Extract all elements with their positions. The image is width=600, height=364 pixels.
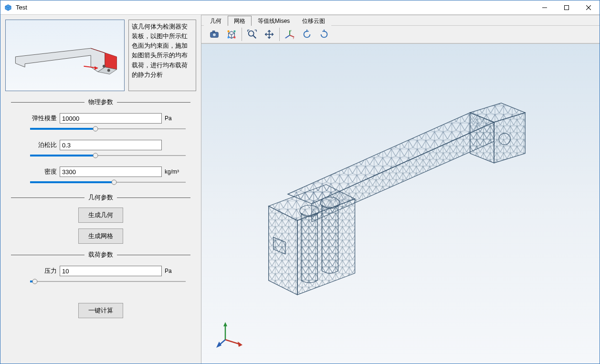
zoom-fit-icon[interactable] [245, 28, 259, 41]
slider-pressure[interactable] [30, 277, 186, 286]
svg-point-8 [107, 69, 110, 72]
svg-line-24 [286, 35, 290, 38]
rotate-left-icon[interactable] [300, 28, 314, 41]
svg-marker-41 [223, 322, 227, 326]
3d-viewport[interactable] [201, 43, 600, 364]
axis-triad-icon[interactable]: zyx [283, 28, 297, 41]
svg-marker-43 [238, 342, 242, 347]
svg-line-19 [253, 36, 256, 39]
svg-point-18 [249, 31, 254, 36]
viewport-toolbar: zyx [201, 25, 600, 43]
minimize-button[interactable] [534, 0, 556, 15]
label-poisson: 泊松比 [30, 141, 57, 149]
svg-rect-16 [228, 37, 230, 39]
right-panel: 几何 网格 等值线Mises 位移云图 [201, 15, 600, 364]
unit-density: kg/m³ [165, 168, 186, 175]
section-title-physical: 物理参数 [11, 98, 190, 106]
input-pressure[interactable] [60, 266, 162, 276]
svg-marker-4 [15, 48, 105, 72]
svg-text:z: z [290, 29, 292, 32]
tab-displacement[interactable]: 位移云图 [296, 16, 331, 26]
camera-icon[interactable] [207, 28, 221, 41]
close-button[interactable] [578, 0, 600, 15]
unit-youngs-modulus: Pa [165, 115, 186, 122]
description-box: 该几何体为检测器安装板，以图中所示红色面为约束面，施加如图箭头所示的均布载荷，进… [128, 20, 196, 91]
rotate-right-icon[interactable] [317, 28, 331, 41]
svg-rect-13 [212, 31, 215, 33]
pan-icon[interactable] [262, 28, 276, 41]
left-panel: 该几何体为检测器安装板，以图中所示红色面为约束面，施加如图箭头所示的均布载荷，进… [0, 15, 201, 364]
generate-mesh-button[interactable]: 生成网格 [78, 229, 123, 244]
slider-density[interactable] [30, 178, 186, 187]
label-youngs-modulus: 弹性模量 [30, 114, 57, 123]
tab-geometry[interactable]: 几何 [204, 16, 228, 26]
input-poisson[interactable] [60, 140, 162, 150]
window-title: Test [16, 4, 27, 11]
compute-button[interactable]: 一键计算 [78, 303, 123, 318]
svg-text:x: x [285, 36, 286, 39]
application-window: Test [0, 0, 600, 364]
label-pressure: 压力 [30, 267, 57, 275]
tab-bar: 几何 网格 等值线Mises 位移云图 [201, 15, 600, 25]
client-area: 该几何体为检测器安装板，以图中所示红色面为约束面，施加如图箭头所示的均布载荷，进… [0, 15, 600, 364]
geometry-thumbnail [5, 20, 125, 91]
window-controls [534, 0, 600, 15]
titlebar: Test [0, 0, 600, 15]
svg-marker-45 [216, 342, 221, 348]
cube-select-icon[interactable] [224, 28, 239, 41]
maximize-button[interactable] [556, 0, 578, 15]
section-title-geometry: 几何参数 [11, 193, 190, 202]
app-icon [4, 4, 12, 11]
svg-rect-15 [234, 31, 236, 32]
axis-triad [216, 321, 244, 349]
label-density: 密度 [30, 167, 57, 176]
unit-pressure: Pa [165, 268, 186, 274]
svg-rect-17 [234, 37, 236, 39]
svg-rect-14 [228, 31, 230, 32]
generate-geometry-button[interactable]: 生成几何 [78, 208, 123, 223]
tab-mises[interactable]: 等值线Mises [252, 16, 296, 26]
svg-text:y: y [293, 36, 294, 39]
svg-point-7 [103, 65, 105, 68]
input-youngs-modulus[interactable] [60, 113, 162, 124]
svg-rect-1 [565, 5, 569, 10]
section-title-load: 载荷参数 [11, 250, 190, 259]
svg-point-12 [212, 33, 216, 36]
slider-poisson[interactable] [30, 151, 186, 160]
tab-mesh[interactable]: 网格 [228, 16, 252, 26]
input-density[interactable] [60, 166, 162, 177]
slider-youngs-modulus[interactable] [30, 125, 186, 133]
